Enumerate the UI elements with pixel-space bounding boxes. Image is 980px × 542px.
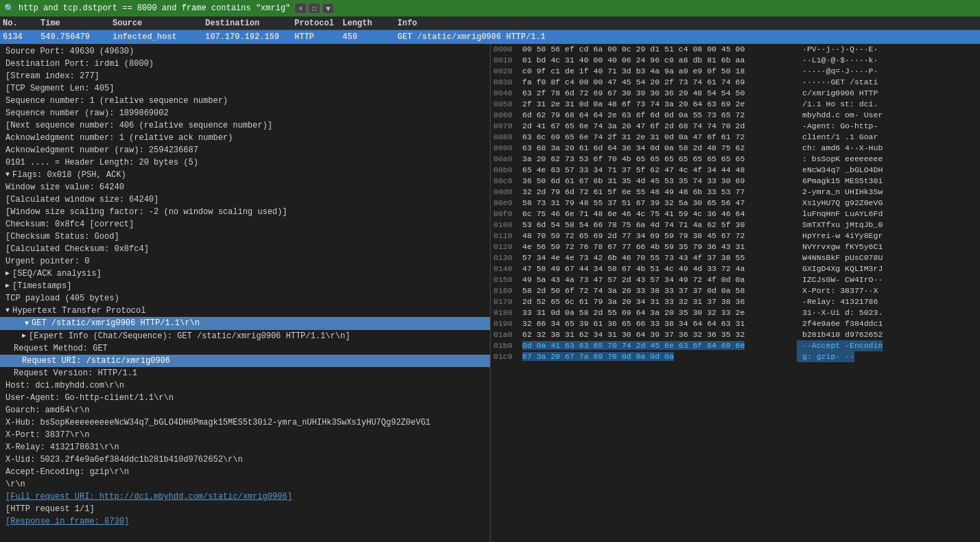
col-destination-header[interactable]: Destination [202,19,292,28]
hex-bytes: 2d 52 65 6c 61 79 3a 20 34 31 33 32 31 3… [522,296,797,307]
hex-row: 014047 58 49 67 44 34 58 67 4b 51 4c 49 … [491,263,980,274]
hex-ascii: 2-ymra_n UHIHk3Sw [797,187,883,198]
hex-offset: 0050 [493,99,522,110]
packet-destination: 107.170.192.159 [202,32,292,42]
hex-ascii: 6Pmagk15 MES5t30i [797,176,883,187]
section-header[interactable]: ▶[Timestamps] [0,280,490,292]
hex-offset: 0100 [493,220,522,231]
hex-row: 001001 bd 4c 31 40 00 40 06 24 96 c0 a8 … [491,55,980,66]
hex-row: 000000 50 56 ef cd 6a 00 0c 29 d1 51 c4 … [491,44,980,55]
hex-ascii: IZCJsGW- CW4IrO·· [797,274,883,285]
detail-line: Source Port: 49630 (49630) [0,45,490,58]
hex-ascii: luFnqHnF LuAYL6Fd [797,209,883,220]
http-section-header[interactable]: ▼Hypertext Transfer Protocol [0,305,490,317]
hex-offset: 0080 [493,132,522,143]
detail-line: Goarch: amd64\r\n [0,404,490,416]
filter-controls: × □ ▼ [294,3,334,14]
collapse-triangle: ▼ [5,169,10,180]
detail-line: Urgent pointer: 0 [0,255,490,268]
hex-row: 00e058 73 31 79 48 55 37 51 67 39 32 5a … [491,198,980,209]
hex-bytes: 63 6c 69 65 6e 74 2f 31 2e 31 0d 0a 47 6… [522,132,797,143]
column-headers: No. Time Source Destination Protocol Len… [0,16,980,30]
collapse-triangle: ▼ [5,305,10,316]
col-no-header[interactable]: No. [0,19,38,28]
hex-offset: 00f0 [493,209,522,220]
col-time-header[interactable]: Time [38,19,110,28]
hex-view-panel: 000000 50 56 ef cd 6a 00 0c 29 d1 51 c4 … [491,44,980,542]
detail-line: X-Hub: bsSopKeeeeeeeeeNcW34q7_bGLO4DH6Pm… [0,416,490,429]
hex-bytes: 58 2d 50 6f 72 74 3a 20 33 38 33 37 37 0… [522,285,797,296]
section-label: [Timestamps] [12,281,71,292]
hex-row: 015049 5a 43 4a 73 47 57 2d 43 57 34 49 … [491,274,980,285]
http-get-row[interactable]: ▼GET /static/xmrig0906 HTTP/1.1\r\n [0,317,490,330]
hex-ascii: eNcW34q7 _bGLO4DH [797,165,883,176]
hex-ascii: -Agent: Go-http- [797,121,878,132]
hex-ascii: mbyhdd.c om· User [797,110,883,121]
detail-line: [HTTP request 1/1] [0,503,490,515]
hex-ascii: HpYrei-w 4iYy8Egr [797,231,883,241]
section-header[interactable]: ▶[SEQ/ACK analysis] [0,268,490,280]
detail-line: [Calculated window size: 64240] [0,193,490,206]
dropdown-btn[interactable]: ▼ [322,3,334,14]
hex-ascii: Xs1yHU7Q g92Z0eVG [797,198,883,209]
hex-bytes: c0 9f c1 de 1f 40 71 3d b3 4a 9a a0 e9 0… [522,66,797,77]
restore-btn[interactable]: □ [308,3,320,14]
hex-offset: 0010 [493,55,522,66]
detail-line: TCP payload (405 bytes) [0,292,490,305]
hex-offset: 0030 [493,77,522,88]
hex-bytes: 32 2d 79 6d 72 61 5f 6e 55 48 49 48 6b 3… [522,187,797,198]
packet-no: 6134 [0,32,38,42]
hex-offset: 00c0 [493,176,522,187]
hex-ascii: ·····@q=·J····P· [797,66,878,77]
hex-row: 00b065 4e 63 57 33 34 71 37 5f 62 47 4c … [491,165,980,176]
hex-row: 004063 2f 78 6d 72 69 67 30 39 30 36 20 … [491,88,980,99]
hex-offset: 01b0 [493,340,522,351]
hex-ascii: c/xmrig0906 HTTP [797,88,878,99]
hex-row: 018033 31 0d 0a 58 2d 55 69 64 3a 20 35 … [491,307,980,318]
hex-offset: 00e0 [493,198,522,209]
packet-detail-panel: Source Port: 49630 (49630)Destination Po… [0,44,491,542]
request-uri-row[interactable]: Request URI: /static/xmrig0906 [0,355,490,367]
hex-ascii: /1.1 Ho st: dci. [797,99,878,110]
packet-row[interactable]: 6134 549.756479 infected_host 107.170.19… [0,30,980,44]
close-btn[interactable]: × [294,3,307,14]
collapse-triangle: ▼ [25,320,29,327]
packet-info: GET /static/xmrig0906 HTTP/1.1 [395,32,980,42]
section-label: [SEQ/ACK analysis] [12,268,102,279]
col-source-header[interactable]: Source [110,19,202,28]
hex-ascii: ······GET /stati [797,77,878,88]
hex-ascii: -Relay: 41321786 [797,296,878,307]
filter-bar: 🔍 http and tcp.dstport == 8000 and frame… [0,0,980,16]
section-label: Flags: 0x018 (PSH, ACK) [12,169,126,180]
col-protocol-header[interactable]: Protocol [292,19,340,28]
hex-row: 00d032 2d 79 6d 72 61 5f 6e 55 48 49 48 … [491,187,980,198]
hex-offset: 00d0 [493,187,522,198]
detail-line: [Next sequence number: 406 (relative seq… [0,119,490,132]
main-content: Source Port: 49630 (49630)Destination Po… [0,44,980,542]
hex-ascii: : bsSopK eeeeeeee [797,154,883,165]
section-header[interactable]: ▼Flags: 0x018 (PSH, ACK) [0,169,490,181]
hex-bytes: 58 73 31 79 48 55 37 51 67 39 32 5a 30 6… [522,198,797,209]
hex-offset: 0120 [493,241,522,252]
collapse-triangle: ▶ [5,268,10,279]
packet-time: 549.756479 [38,32,110,42]
link-text[interactable]: [Response in frame: 8730] [5,517,129,526]
hex-offset: 0140 [493,263,522,274]
hex-row: 016058 2d 50 6f 72 74 3a 20 33 38 33 37 … [491,285,980,296]
hex-bytes: fa f0 8f c4 00 00 47 45 54 20 2f 73 74 6… [522,77,797,88]
link-line[interactable]: [Response in frame: 8730] [0,515,490,528]
link-line[interactable]: [Full request URI: http://dci.mbyhdd.com… [0,491,490,503]
link-text[interactable]: [Full request URI: http://dci.mbyhdd.com… [5,492,292,502]
hex-offset: 0150 [493,274,522,285]
hex-offset: 0070 [493,121,522,132]
hex-ascii: GXIgD4Xg KQLIM3rJ [797,263,883,274]
expert-info-row[interactable]: ▶[Expert Info (Chat/Sequence): GET /stat… [0,330,490,342]
hex-row: 01c067 3a 20 67 7a 69 70 0d 0a 0d 0ag: g… [491,351,980,362]
col-length-header[interactable]: Length [340,19,395,28]
hex-ascii: NVYrvxgw fKY5y6C1 [797,241,883,252]
detail-line: Acknowledgment number (raw): 2594236687 [0,144,490,156]
hex-row: 01b00d 0a 41 63 63 65 70 74 2d 45 6e 63 … [491,340,980,351]
col-info-header[interactable]: Info [395,19,980,28]
hex-bytes: 01 bd 4c 31 40 00 40 06 24 96 c0 a8 db 8… [522,55,797,66]
hex-bytes: 32 66 34 65 39 61 36 65 66 33 38 34 64 6… [522,318,797,329]
